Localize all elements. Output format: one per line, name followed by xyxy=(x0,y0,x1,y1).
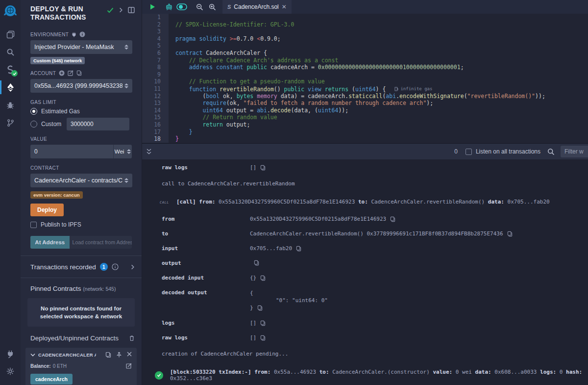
custom-gas-input[interactable]: 3000000 xyxy=(67,118,129,130)
deploy-button[interactable]: Deploy xyxy=(30,204,64,216)
deploy-run-panel: DEPLOY & RUN TRANSACTIONS ENVIRONMENT In… xyxy=(21,0,142,385)
plugin-manager-icon[interactable] xyxy=(0,345,21,362)
deploy-and-run-icon[interactable] xyxy=(0,78,21,96)
line-number: 11 xyxy=(142,85,169,93)
code-line: (bool ok, bytes memory data) = cadenceAr… xyxy=(169,93,545,100)
editor-line[interactable]: 4pragma solidity >=0.7.0 <0.9.0; xyxy=(142,35,588,43)
panel-expand-icon[interactable] xyxy=(119,7,123,13)
copy-icon[interactable] xyxy=(507,231,513,237)
custom-gas-radio[interactable] xyxy=(30,121,37,128)
remove-contract-icon[interactable] xyxy=(127,352,132,358)
zoom-out-icon[interactable] xyxy=(193,0,206,14)
call-tag: CALL xyxy=(160,201,176,205)
gas-limit-label: GAS LIMIT xyxy=(30,100,132,105)
editor-line[interactable]: 1 xyxy=(142,14,588,21)
chevron-updown-icon xyxy=(124,45,128,50)
editor-line[interactable]: 18} xyxy=(142,135,588,143)
run-script-icon[interactable] xyxy=(146,0,159,14)
line-number: 2 xyxy=(142,21,169,28)
at-address-button[interactable]: At Address xyxy=(30,236,70,249)
copy-icon[interactable] xyxy=(254,260,259,266)
editor-line[interactable]: 12 (bool ok, bytes memory data) = cadenc… xyxy=(142,93,588,100)
value-input[interactable]: 0 xyxy=(30,145,113,158)
file-explorer-icon[interactable] xyxy=(0,26,21,43)
collapse-chevron-icon[interactable] xyxy=(30,353,35,357)
custom-gas-option[interactable]: Custom 3000000 xyxy=(30,118,132,130)
estimated-gas-option[interactable]: Estimated Gas xyxy=(30,108,132,115)
remix-ai-robot-icon[interactable] xyxy=(163,0,175,14)
code-editor[interactable]: 12// SPDX-License-Identifier: GPL-3.034p… xyxy=(142,14,588,143)
publish-ipfs-option[interactable]: Publish to IPFS xyxy=(30,221,132,228)
collapse-terminal-icon[interactable] xyxy=(146,148,152,155)
value-unit-select[interactable]: Wei xyxy=(113,145,132,158)
editor-line[interactable]: 13 require(ok, "failed to fetch a random… xyxy=(142,100,588,107)
plug-icon[interactable] xyxy=(72,32,76,37)
edit-balance-icon[interactable] xyxy=(126,363,132,369)
copy-icon[interactable] xyxy=(257,305,263,311)
git-icon[interactable] xyxy=(0,114,21,131)
panel-layout-icon[interactable] xyxy=(128,7,135,13)
editor-line[interactable]: 14 uint64 output = abi.decode(data, (uin… xyxy=(142,107,588,114)
remix-logo-icon[interactable] xyxy=(3,4,18,19)
environment-info-icon[interactable] xyxy=(79,31,85,37)
solidity-file-icon: S xyxy=(227,4,231,10)
terminal-kv-row: decoded output{ "0": "uint64: 0"} xyxy=(142,289,588,311)
editor-line[interactable]: 7 // Declare Cadence Arch's address as a… xyxy=(142,57,588,64)
editor-line[interactable]: 9 xyxy=(142,71,588,78)
terminal: 0 Listen on all transactions Filter w ra… xyxy=(142,143,588,385)
copy-icon[interactable] xyxy=(260,165,266,171)
editor-line[interactable]: 2// SPDX-License-Identifier: GPL-3.0 xyxy=(142,21,588,28)
transactions-expand-icon[interactable] xyxy=(130,264,135,270)
terminal-value: 0x705...fab20 xyxy=(250,245,301,252)
copy-icon[interactable] xyxy=(260,275,266,281)
ai-copilot-toggle-icon[interactable] xyxy=(175,0,188,14)
sign-message-icon[interactable] xyxy=(68,70,74,76)
terminal-filter-input[interactable]: Filter w xyxy=(561,146,588,157)
terminal-key: logs xyxy=(162,320,250,326)
copy-icon[interactable] xyxy=(296,246,301,252)
tab-close-icon[interactable]: ✕ xyxy=(282,3,287,10)
code-line: address constant public cadenceArch = 0x… xyxy=(169,64,464,71)
editor-line[interactable]: 3 xyxy=(142,28,588,35)
add-account-icon[interactable] xyxy=(59,70,65,76)
copy-account-icon[interactable] xyxy=(76,70,82,76)
copy-icon[interactable] xyxy=(260,320,266,326)
debugger-icon[interactable] xyxy=(0,96,21,114)
editor-line[interactable]: 16 return output; xyxy=(142,121,588,128)
estimated-gas-radio[interactable] xyxy=(30,108,37,115)
environment-select[interactable]: Injected Provider - MetaMask xyxy=(30,40,132,54)
clear-deployed-icon[interactable] xyxy=(129,335,135,341)
settings-gear-icon[interactable] xyxy=(0,362,21,380)
pin-contract-icon[interactable] xyxy=(116,352,122,358)
editor-line[interactable]: 17 } xyxy=(142,128,588,136)
at-address-input[interactable]: Load contract from Addres xyxy=(70,236,132,249)
editor-line[interactable]: 5 xyxy=(142,42,588,50)
deployed-contract-card: CADENCEARCHCALER AT 0X Balance: 0 ETH ca… xyxy=(25,348,137,385)
copy-address-icon[interactable] xyxy=(105,352,111,358)
empty-line-1: No pinned contracts found for xyxy=(32,305,130,312)
editor-line[interactable]: 11 function revertibleRandom() public vi… xyxy=(142,85,588,93)
chevron-updown-icon xyxy=(124,83,128,88)
terminal-success-row[interactable]: [block:5033220 txIndex:-] from: 0x55a...… xyxy=(142,369,588,382)
listen-all-checkbox[interactable] xyxy=(466,149,472,155)
contract-select[interactable]: CadenceArchCaler - contracts/Cac xyxy=(30,174,132,187)
transactions-info-icon[interactable] xyxy=(112,263,119,270)
cadencearch-function-button[interactable]: cadenceArch xyxy=(30,374,73,385)
zoom-in-icon[interactable] xyxy=(206,0,219,14)
terminal-search-icon[interactable] xyxy=(547,148,555,155)
solidity-compiler-icon[interactable] xyxy=(0,61,21,78)
editor-line[interactable]: 15 // Return random value xyxy=(142,114,588,121)
editor-line[interactable]: 8 address constant public cadenceArch = … xyxy=(142,64,588,71)
copy-icon[interactable] xyxy=(390,216,395,222)
code-line: function revertibleRandom() public view … xyxy=(169,85,432,93)
search-icon[interactable] xyxy=(0,43,21,61)
terminal-call-row[interactable]: CALL[call] from: 0x55a1320D432759960C5Df… xyxy=(142,199,588,205)
editor-line[interactable]: 6contract CadenceArchCaler { xyxy=(142,50,588,57)
publish-ipfs-label: Publish to IPFS xyxy=(41,221,81,228)
copy-icon[interactable] xyxy=(260,335,266,341)
account-select[interactable]: 0x55a...46923 (999.9999453238 xyxy=(30,79,132,93)
tab-cadencearch-sol[interactable]: S CadenceArch.sol ✕ xyxy=(222,0,292,14)
editor-line[interactable]: 10 // Function to get a pseudo-random va… xyxy=(142,78,588,85)
code-line xyxy=(169,71,175,78)
publish-ipfs-checkbox[interactable] xyxy=(30,222,37,228)
